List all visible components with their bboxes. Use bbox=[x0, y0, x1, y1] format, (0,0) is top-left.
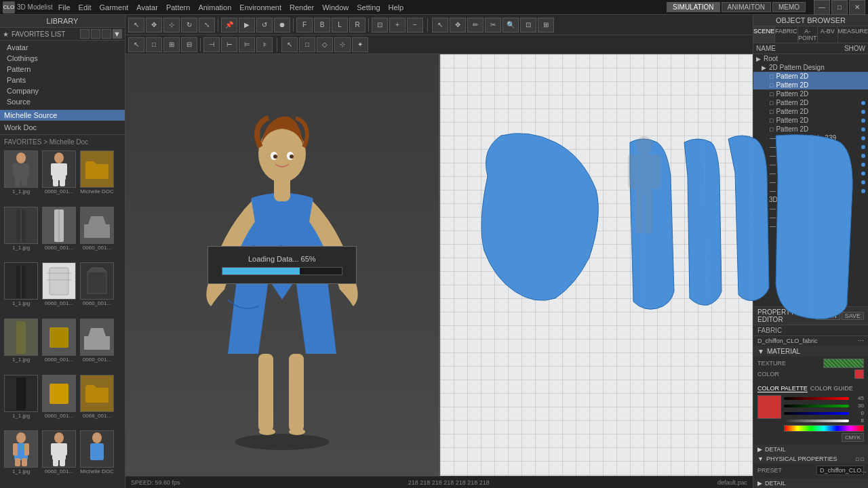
viewport-3d[interactable]: Loading Data... 65% bbox=[125, 54, 440, 476]
tab-measure[interactable]: MEASURE bbox=[838, 26, 869, 43]
close-btn[interactable]: ✕ bbox=[849, 0, 865, 15]
rotate-tool[interactable]: ↻ bbox=[181, 18, 197, 33]
transform-tool[interactable]: ⊹ bbox=[163, 18, 180, 33]
2d-fit[interactable]: ⊡ bbox=[520, 18, 536, 33]
record-tool[interactable]: ⏺ bbox=[274, 18, 290, 33]
menu-pattern[interactable]: Pattern bbox=[166, 3, 190, 12]
view-right[interactable]: R bbox=[349, 18, 366, 33]
view-left[interactable]: L bbox=[332, 18, 348, 33]
menu-file[interactable]: File bbox=[58, 3, 71, 12]
thumb-4[interactable]: 0060_001... bbox=[41, 207, 77, 262]
thumb-10[interactable]: 0060_001... bbox=[41, 319, 77, 373]
menu-environment[interactable]: Environment bbox=[239, 3, 281, 12]
tree-pattern-2d-0[interactable]: □ Pattern 2D bbox=[753, 72, 868, 81]
view-back[interactable]: B bbox=[314, 18, 330, 33]
r-slider[interactable] bbox=[784, 397, 849, 400]
tree-root[interactable]: ▶ Root bbox=[753, 54, 868, 63]
tb2-2d-1[interactable]: ↖ bbox=[281, 37, 298, 52]
thumb-1[interactable]: 0060_001... bbox=[41, 150, 77, 205]
2d-zoom[interactable]: 🔍 bbox=[502, 18, 519, 33]
menu-render[interactable]: Render bbox=[290, 3, 314, 12]
scale-tool[interactable]: ⤡ bbox=[199, 18, 215, 33]
g-slider[interactable] bbox=[784, 405, 849, 407]
fav-icon-1[interactable] bbox=[80, 29, 90, 39]
tree-pattern-2d-1[interactable]: □ Pattern 2D bbox=[753, 81, 868, 89]
tb2-rect[interactable]: □ bbox=[146, 37, 162, 52]
thumb-7[interactable]: 0060_001... bbox=[41, 262, 77, 317]
tab-abv[interactable]: A-BV bbox=[818, 26, 837, 43]
thumb-11[interactable]: 0060_001... bbox=[79, 319, 115, 373]
simulation-mode-btn[interactable]: SIMULATION bbox=[667, 2, 719, 12]
zoom-out[interactable]: − bbox=[407, 18, 423, 33]
pin-tool[interactable]: 📌 bbox=[221, 18, 237, 33]
sim-tool[interactable]: ▶ bbox=[239, 18, 255, 33]
reset-tool[interactable]: ↺ bbox=[256, 18, 273, 33]
menu-edit[interactable]: Edit bbox=[79, 3, 92, 12]
cmyk-button[interactable]: CMYK bbox=[842, 433, 864, 442]
tree-pattern-2d-4[interactable]: □ Pattern 2D bbox=[753, 107, 868, 116]
select-tool[interactable]: ↖ bbox=[128, 18, 144, 33]
preset-value[interactable]: D_chiffon_CLO... bbox=[816, 466, 864, 475]
michelle-source-item[interactable]: Michelle Source bbox=[0, 110, 125, 121]
tab-fabric[interactable]: FABRIC bbox=[775, 26, 798, 43]
2d-move[interactable]: ✥ bbox=[450, 18, 466, 33]
thumb-15[interactable]: 1_1.jpg bbox=[3, 430, 39, 485]
memo-mode-btn[interactable]: MEMO bbox=[772, 2, 806, 12]
thumb-9[interactable]: 1_1.jpg bbox=[3, 319, 39, 373]
thumb-16[interactable]: 0060_001... bbox=[41, 430, 77, 485]
tb2-select-all[interactable]: ⊞ bbox=[163, 37, 180, 52]
maximize-btn[interactable]: □ bbox=[831, 0, 848, 15]
menu-garment[interactable]: Garment bbox=[100, 3, 129, 12]
tb2-2d-3[interactable]: ◇ bbox=[317, 37, 333, 52]
thumb-17[interactable]: Michelle DOC bbox=[79, 430, 115, 485]
sidebar-pattern[interactable]: Pattern bbox=[4, 64, 121, 75]
viewport-2d[interactable] bbox=[440, 54, 753, 476]
tb2-more1[interactable]: ⊧ bbox=[256, 37, 273, 52]
sidebar-avatar[interactable]: Avatar bbox=[4, 42, 121, 53]
thumb-3[interactable]: 1_1.jpg bbox=[3, 207, 39, 262]
detail2-section[interactable]: ▶ DETAIL bbox=[753, 479, 868, 488]
menu-help[interactable]: Help bbox=[389, 3, 404, 12]
sidebar-clothings[interactable]: Clothings bbox=[4, 53, 121, 64]
menu-setting[interactable]: Setting bbox=[357, 3, 380, 12]
sidebar-company[interactable]: Company bbox=[4, 85, 121, 96]
2d-select[interactable]: ↖ bbox=[432, 18, 448, 33]
animation-mode-btn[interactable]: ANIMAITON bbox=[722, 2, 771, 12]
b-slider[interactable] bbox=[784, 412, 849, 415]
thumb-14[interactable]: 0068_001... bbox=[79, 375, 115, 430]
thumb-13[interactable]: 0060_001... bbox=[41, 375, 77, 430]
physical-props-section[interactable]: ▼ PHYSICAL PROPERTIES □ □ bbox=[753, 454, 868, 464]
thumb-2[interactable]: Michelle DOC bbox=[79, 150, 115, 205]
menu-avatar[interactable]: Avatar bbox=[136, 3, 158, 12]
tb2-2d-5[interactable]: ✦ bbox=[352, 37, 368, 52]
2d-cut[interactable]: ✂ bbox=[485, 18, 501, 33]
tree-2d-pattern-design[interactable]: ▶ 2D Pattern Design bbox=[753, 63, 868, 72]
tb2-2d-4[interactable]: ⊹ bbox=[334, 37, 351, 52]
tb2-align-l[interactable]: ⊣ bbox=[203, 37, 220, 52]
a-slider[interactable] bbox=[784, 420, 849, 422]
thumb-5[interactable]: 0060_001... bbox=[79, 207, 115, 262]
fav-icon-3[interactable] bbox=[102, 29, 111, 39]
expand-icon[interactable]: ▼ bbox=[113, 29, 122, 39]
zoom-fit[interactable]: ⊡ bbox=[372, 18, 388, 33]
tb2-arrow[interactable]: ↖ bbox=[128, 37, 144, 52]
view-front[interactable]: F bbox=[296, 18, 313, 33]
work-doc-item[interactable]: Work Doc bbox=[0, 122, 125, 133]
tb2-align-c[interactable]: ⊢ bbox=[221, 37, 237, 52]
menu-window[interactable]: Window bbox=[322, 3, 349, 12]
zoom-in[interactable]: + bbox=[389, 18, 406, 33]
detail-section[interactable]: ▶ DETAIL bbox=[753, 445, 868, 454]
tb2-dist[interactable]: ⊨ bbox=[239, 37, 255, 52]
2d-pen[interactable]: ✏ bbox=[467, 18, 484, 33]
sidebar-pants[interactable]: Pants bbox=[4, 75, 121, 85]
tb2-2d-2[interactable]: □ bbox=[299, 37, 315, 52]
menu-animation[interactable]: Animation bbox=[198, 3, 231, 12]
tb2-group[interactable]: ⊟ bbox=[181, 37, 197, 52]
tree-pattern-2d-3[interactable]: □ Pattern 2D bbox=[753, 98, 868, 107]
move-tool[interactable]: ✥ bbox=[146, 18, 162, 33]
sidebar-source[interactable]: Source bbox=[4, 96, 121, 107]
tab-apoint[interactable]: A-POINT bbox=[798, 26, 818, 43]
thumb-0[interactable]: 1_1.jpg bbox=[3, 150, 39, 205]
color-box[interactable] bbox=[757, 395, 781, 419]
rainbow-bar[interactable] bbox=[784, 425, 864, 432]
